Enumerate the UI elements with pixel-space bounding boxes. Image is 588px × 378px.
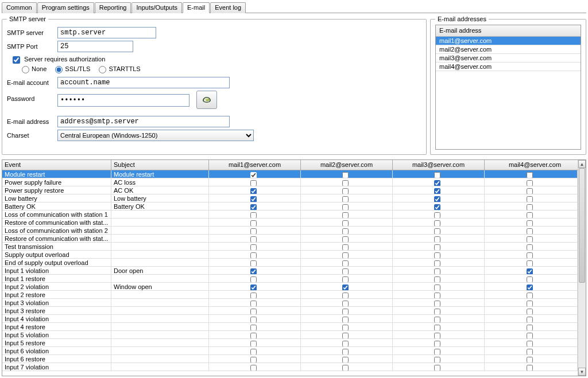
table-row[interactable]: Input 7 violation <box>2 363 578 371</box>
mail4-checkbox[interactable] <box>527 268 533 274</box>
cell-mail3[interactable] <box>393 363 485 371</box>
mail2-checkbox[interactable] <box>342 333 349 338</box>
mail4-checkbox[interactable] <box>527 252 533 258</box>
mail4-checkbox[interactable] <box>527 301 533 306</box>
mail3-checkbox[interactable] <box>434 212 440 218</box>
table-row[interactable]: Restore of communication with stat... <box>2 219 578 227</box>
cell-event[interactable]: Input 2 violation <box>2 283 111 290</box>
cell-subject[interactable]: Battery OK <box>111 202 209 210</box>
mail2-checkbox[interactable] <box>342 276 349 282</box>
cell-event[interactable]: Input 6 restore <box>2 355 111 363</box>
cell-mail4[interactable] <box>485 186 578 194</box>
mail2-checkbox[interactable] <box>342 325 349 330</box>
mail4-checkbox[interactable] <box>527 172 533 178</box>
cell-event[interactable]: Input 3 violation <box>2 299 111 306</box>
mail1-checkbox[interactable] <box>250 309 257 314</box>
cell-mail1[interactable] <box>209 259 301 266</box>
grid-header-mail1[interactable]: mail1@server.com <box>209 160 301 170</box>
cell-mail3[interactable] <box>393 186 485 194</box>
cell-mail1[interactable] <box>209 186 301 194</box>
mail2-checkbox[interactable] <box>342 260 349 266</box>
mail4-checkbox[interactable] <box>527 317 533 322</box>
cell-mail2[interactable] <box>301 283 393 290</box>
mail2-checkbox[interactable] <box>342 268 349 274</box>
cell-subject[interactable] <box>111 275 209 282</box>
cell-mail2[interactable] <box>301 347 393 354</box>
table-row[interactable]: Power supply restoreAC OK <box>2 186 578 194</box>
cell-mail3[interactable] <box>393 275 485 282</box>
table-row[interactable]: Input 4 restore <box>2 323 578 331</box>
cell-mail3[interactable] <box>393 331 485 338</box>
cell-mail1[interactable] <box>209 363 301 371</box>
mail1-checkbox[interactable] <box>250 276 257 282</box>
cell-mail4[interactable] <box>485 363 578 371</box>
cell-event[interactable]: Restore of communication with stat... <box>2 235 111 242</box>
cell-mail3[interactable] <box>393 227 485 234</box>
mail3-checkbox[interactable] <box>434 204 440 210</box>
cell-event[interactable]: Input 7 violation <box>2 363 111 371</box>
cell-mail2[interactable] <box>301 363 393 371</box>
charset-select[interactable]: Central European (Windows-1250) <box>57 130 254 141</box>
cell-mail4[interactable] <box>485 227 578 234</box>
table-row[interactable]: Low batteryLow battery <box>2 194 578 202</box>
cell-mail4[interactable] <box>485 283 578 290</box>
cell-mail1[interactable] <box>209 227 301 234</box>
cell-mail2[interactable] <box>301 243 393 250</box>
cell-event[interactable]: End of supply output overload <box>2 259 111 266</box>
cell-mail1[interactable] <box>209 194 301 202</box>
mail3-checkbox[interactable] <box>434 285 440 290</box>
cell-mail1[interactable] <box>209 202 301 210</box>
mail1-checkbox[interactable] <box>250 333 257 338</box>
mail4-checkbox[interactable] <box>527 220 533 226</box>
cell-subject[interactable]: Window open <box>111 283 209 290</box>
table-row[interactable]: Power supply failureAC loss <box>2 178 578 186</box>
mail3-checkbox[interactable] <box>434 276 440 282</box>
tab-program-settings[interactable]: Program settings <box>37 2 94 13</box>
cell-mail2[interactable] <box>301 211 393 218</box>
table-row[interactable]: Input 1 violationDoor open <box>2 267 578 275</box>
radio-none-label[interactable]: None <box>22 65 47 72</box>
cell-subject[interactable] <box>111 347 209 354</box>
table-row[interactable]: Input 1 restore <box>2 275 578 283</box>
cell-mail4[interactable] <box>485 323 578 330</box>
cell-mail2[interactable] <box>301 299 393 306</box>
mail3-checkbox[interactable] <box>434 180 440 186</box>
address-row[interactable]: mail3@server.com <box>436 54 581 63</box>
cell-subject[interactable] <box>111 363 209 371</box>
mail3-checkbox[interactable] <box>434 301 440 306</box>
cell-mail4[interactable] <box>485 194 578 202</box>
mail2-checkbox[interactable] <box>342 349 349 354</box>
cell-subject[interactable] <box>111 323 209 330</box>
cell-subject[interactable] <box>111 355 209 363</box>
table-row[interactable]: Input 2 restore <box>2 291 578 299</box>
cell-mail3[interactable] <box>393 347 485 354</box>
cell-mail1[interactable] <box>209 355 301 363</box>
mail1-checkbox[interactable] <box>250 285 257 290</box>
radio-starttls[interactable] <box>99 66 106 73</box>
mail4-checkbox[interactable] <box>527 188 533 194</box>
table-row[interactable]: Input 2 violationWindow open <box>2 283 578 291</box>
grid-scrollbar[interactable]: ▲ ▼ <box>578 160 586 376</box>
mail3-checkbox[interactable] <box>434 244 440 250</box>
cell-event[interactable]: Supply output overload <box>2 251 111 258</box>
cell-mail4[interactable] <box>485 339 578 346</box>
scroll-up-icon[interactable]: ▲ <box>578 160 586 168</box>
mail1-checkbox[interactable] <box>250 236 257 242</box>
cell-subject[interactable] <box>111 291 209 298</box>
mail1-checkbox[interactable] <box>250 244 257 250</box>
mail1-checkbox[interactable] <box>250 172 257 178</box>
mail1-checkbox[interactable] <box>250 180 257 186</box>
mail2-checkbox[interactable] <box>342 365 349 371</box>
mail3-checkbox[interactable] <box>434 196 440 202</box>
cell-mail3[interactable] <box>393 355 485 363</box>
mail3-checkbox[interactable] <box>434 333 440 338</box>
cell-mail2[interactable] <box>301 178 393 186</box>
cell-mail2[interactable] <box>301 227 393 234</box>
table-row[interactable]: Input 5 violation <box>2 331 578 339</box>
cell-event[interactable]: Input 4 restore <box>2 323 111 330</box>
mail2-checkbox[interactable] <box>342 212 349 218</box>
mail3-checkbox[interactable] <box>434 228 440 234</box>
scroll-thumb[interactable] <box>579 168 585 283</box>
table-row[interactable]: Input 5 restore <box>2 339 578 347</box>
cell-event[interactable]: Power supply restore <box>2 186 111 194</box>
